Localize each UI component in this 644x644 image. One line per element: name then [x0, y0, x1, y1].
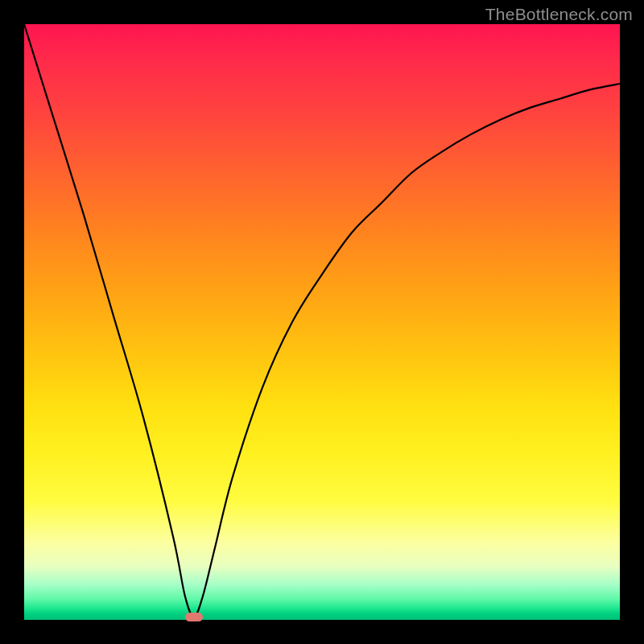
plot-area: [24, 24, 620, 620]
watermark-text: TheBottleneck.com: [485, 5, 633, 24]
curve-svg: [24, 24, 620, 620]
chart-frame: TheBottleneck.com: [0, 0, 644, 644]
bottleneck-curve: [24, 24, 620, 617]
optimum-marker: [185, 613, 203, 621]
